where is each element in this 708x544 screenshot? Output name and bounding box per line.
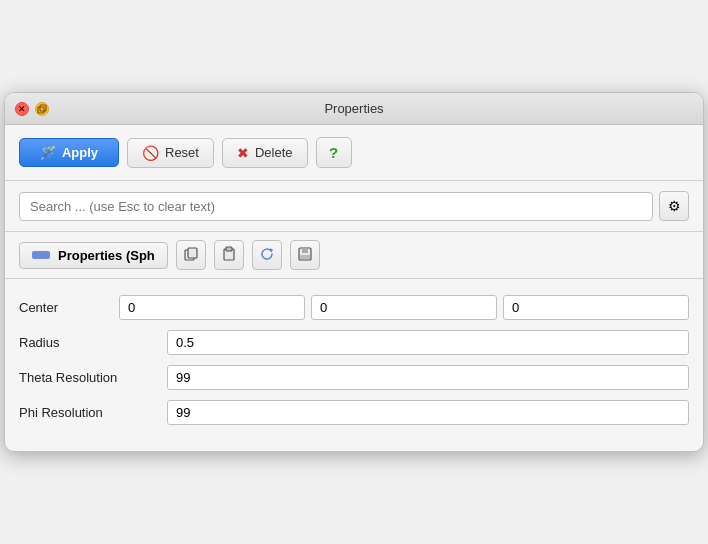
copy-button[interactable]: [176, 240, 206, 270]
help-label: ?: [329, 144, 338, 161]
close-button[interactable]: ✕: [15, 102, 29, 116]
search-settings-button[interactable]: ⚙: [659, 191, 689, 221]
theta-resolution-row: Theta Resolution: [19, 365, 689, 390]
svg-rect-3: [188, 248, 197, 258]
svg-rect-1: [40, 105, 46, 111]
phi-resolution-input[interactable]: [167, 400, 689, 425]
svg-rect-7: [302, 248, 308, 253]
reset-icon: 🚫: [142, 145, 159, 161]
minimize-button[interactable]: [35, 102, 49, 116]
properties-tab-label: Properties (Sph: [58, 248, 155, 263]
delete-button[interactable]: ✖ Delete: [222, 138, 308, 168]
reset-label: Reset: [165, 145, 199, 160]
main-window: ✕ Properties 🪄 Apply 🚫 Reset ✖ Delete ?: [4, 92, 704, 452]
svg-rect-8: [300, 255, 310, 259]
search-input[interactable]: [19, 192, 653, 221]
apply-icon: 🪄: [40, 145, 56, 160]
theta-resolution-input[interactable]: [167, 365, 689, 390]
form-area: Center Radius Theta Resolution Phi Resol…: [5, 279, 703, 451]
radius-row: Radius: [19, 330, 689, 355]
save-icon: [297, 246, 313, 265]
properties-tab[interactable]: Properties (Sph: [19, 242, 168, 269]
theta-resolution-label: Theta Resolution: [19, 370, 159, 385]
paste-button[interactable]: [214, 240, 244, 270]
toolbar: 🪄 Apply 🚫 Reset ✖ Delete ?: [5, 125, 703, 181]
apply-label: Apply: [62, 145, 98, 160]
save-button[interactable]: [290, 240, 320, 270]
delete-label: Delete: [255, 145, 293, 160]
search-bar: ⚙: [5, 181, 703, 232]
center-x-input[interactable]: [119, 295, 305, 320]
paste-icon: [221, 246, 237, 265]
phi-resolution-row: Phi Resolution: [19, 400, 689, 425]
settings-icon: ⚙: [668, 198, 681, 214]
refresh-icon: [259, 246, 275, 265]
delete-icon: ✖: [237, 145, 249, 161]
window-title: Properties: [324, 101, 383, 116]
tab-icon: [32, 251, 50, 259]
radius-input[interactable]: [167, 330, 689, 355]
radius-label: Radius: [19, 335, 159, 350]
reset-button[interactable]: 🚫 Reset: [127, 138, 214, 168]
center-label: Center: [19, 300, 119, 315]
apply-button[interactable]: 🪄 Apply: [19, 138, 119, 167]
properties-header: Properties (Sph: [5, 232, 703, 279]
svg-rect-5: [226, 247, 232, 251]
copy-icon: [183, 246, 199, 265]
help-button[interactable]: ?: [316, 137, 352, 168]
refresh-button[interactable]: [252, 240, 282, 270]
center-inputs: [119, 295, 689, 320]
svg-rect-0: [38, 107, 44, 113]
center-row: Center: [19, 295, 689, 320]
center-y-input[interactable]: [311, 295, 497, 320]
phi-resolution-label: Phi Resolution: [19, 405, 159, 420]
center-z-input[interactable]: [503, 295, 689, 320]
title-bar: ✕ Properties: [5, 93, 703, 125]
window-controls: ✕: [15, 102, 49, 116]
